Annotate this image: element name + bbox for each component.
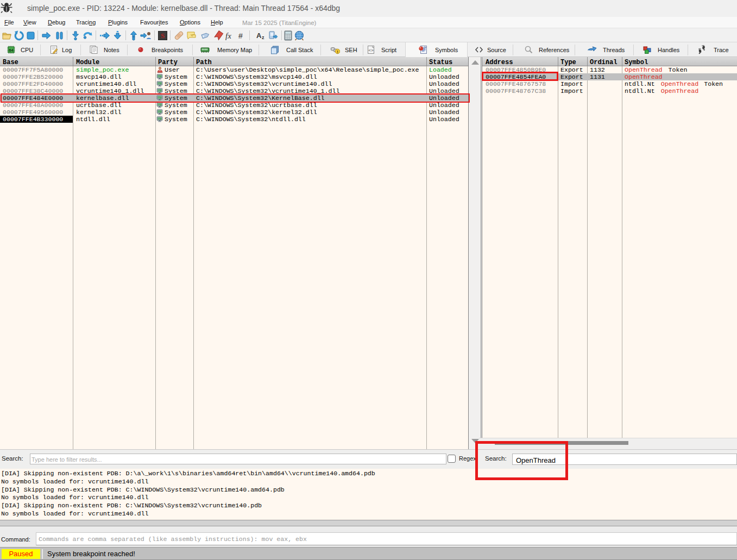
svg-text:#: # (238, 32, 243, 40)
svg-text:A: A (256, 32, 262, 40)
svg-text:<>: <> (368, 48, 374, 53)
svg-text:S: S (161, 32, 165, 40)
svg-text:!: ! (337, 49, 338, 54)
svg-text:fx: fx (225, 32, 231, 40)
svg-text:64: 64 (9, 48, 14, 52)
svg-text:z: z (262, 35, 264, 40)
